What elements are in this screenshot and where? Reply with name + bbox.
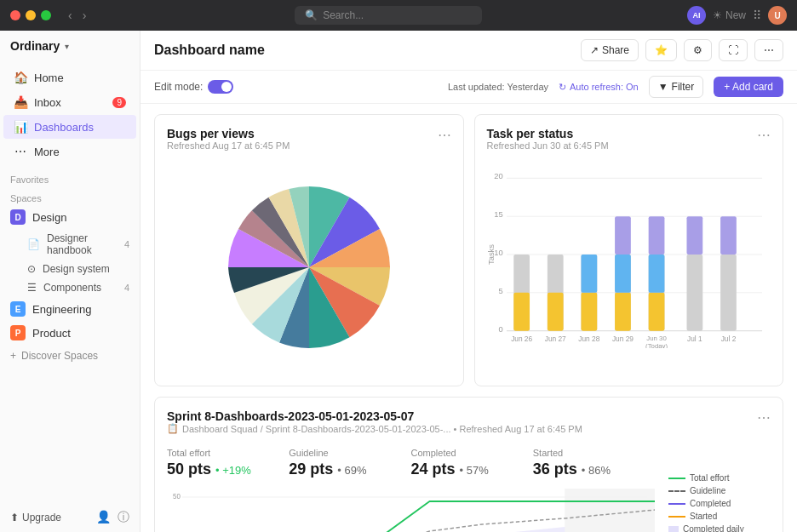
new-button[interactable]: ☀ New [713, 9, 746, 21]
filter-button[interactable]: ▼ Filter [649, 76, 704, 98]
header-actions: ↗ Share ⭐ ⚙ ⛶ ⋯ [581, 39, 783, 61]
forward-button[interactable]: › [79, 7, 90, 24]
svg-text:50: 50 [173, 492, 181, 501]
sprint-metrics: Total effort 50 pts • +19% Guideline 29 … [167, 448, 655, 478]
sidebar-item-design[interactable]: D Design [0, 205, 140, 229]
titlebar-right: AI ☀ New ⠿ U [687, 6, 787, 25]
product-space-icon: P [10, 325, 26, 340]
svg-rect-17 [581, 255, 597, 293]
home-label: Home [34, 72, 64, 84]
inbox-badge: 9 [112, 97, 126, 108]
bugs-card-title-area: Bugs per views Refreshed Aug 17 at 6:45 … [167, 127, 290, 159]
legend-guideline-label: Guideline [690, 486, 725, 495]
total-effort-value: 50 pts • +19% [167, 460, 289, 478]
svg-marker-42 [182, 527, 565, 532]
components-count: 4 [124, 283, 129, 293]
sprint-subtitle: 📋 Dashboard Squad / Sprint 8-Dashboards-… [167, 423, 582, 434]
sidebar-item-inbox[interactable]: 📥 Inbox 9 [3, 90, 136, 114]
task-card-header: Task per status Refreshed Jun 30 at 6:45… [487, 127, 771, 159]
sidebar-sub-designer-handbook[interactable]: 📄 Designer handbook 4 [0, 229, 140, 260]
legend-completed-daily-label: Completed daily [683, 524, 744, 532]
close-button[interactable] [10, 10, 20, 20]
sprint-card-menu[interactable]: ⋯ [757, 409, 771, 426]
svg-rect-25 [648, 216, 664, 255]
handbook-count: 4 [124, 239, 129, 249]
inbox-icon: 📥 [14, 95, 27, 109]
svg-text:Tasks: Tasks [487, 244, 496, 265]
ai-badge[interactable]: AI [687, 6, 706, 25]
task-chart-subtitle: Refreshed Jun 30 at 6:45 PM [487, 140, 609, 151]
overflow-button[interactable]: ⋯ [754, 39, 783, 61]
app-layout: Ordinary ▾ 🏠 Home 📥 Inbox 9 📊 Dashboards… [0, 31, 797, 532]
bar-chart-container: 20 15 10 5 0 Tasks [487, 161, 771, 348]
main-content: Dashboard name ↗ Share ⭐ ⚙ ⛶ ⋯ Edit mode… [140, 31, 797, 532]
started-value: 36 pts • 86% [533, 460, 655, 478]
metric-started: Started 36 pts • 86% [533, 448, 655, 478]
avatar[interactable]: U [768, 6, 787, 25]
sidebar-item-product[interactable]: P Product [0, 321, 140, 345]
metric-guideline: Guideline 29 pts • 69% [289, 448, 410, 478]
legend-completed: Completed [668, 499, 771, 508]
legend-total-label: Total effort [690, 473, 730, 483]
sprint-body: Total effort 50 pts • +19% Guideline 29 … [167, 448, 771, 532]
share-button[interactable]: ↗ Share [581, 39, 639, 61]
user-icon[interactable]: 👤 [96, 510, 111, 525]
svg-rect-23 [648, 293, 664, 331]
sprint-title: Sprint 8-Dashboards-2023-05-01-2023-05-0… [167, 409, 582, 423]
discover-spaces[interactable]: + Discover Spaces [0, 345, 140, 367]
share-icon: ↗ [590, 44, 599, 56]
guideline-value: 29 pts • 69% [289, 460, 410, 478]
product-label: Product [32, 327, 71, 340]
auto-refresh-status[interactable]: ↻ Auto refresh: On [559, 82, 639, 93]
components-icon: ☰ [27, 282, 37, 294]
svg-text:Jun 27: Jun 27 [544, 335, 565, 343]
spaces-label: Spaces [0, 186, 140, 205]
guideline-label: Guideline [289, 448, 410, 458]
refresh-icon: ↻ [559, 82, 566, 93]
task-card-menu[interactable]: ⋯ [757, 127, 771, 143]
chevron-down-icon: ▾ [65, 42, 69, 51]
sidebar-item-engineering[interactable]: E Engineering [0, 297, 140, 321]
sidebar-sub-components[interactable]: ☰ Components 4 [0, 278, 140, 297]
upgrade-button[interactable]: ⬆ Upgrade [10, 512, 61, 523]
sidebar-footer: ⬆ Upgrade 👤 ⓘ [0, 503, 140, 532]
back-button[interactable]: ‹ [65, 7, 76, 24]
svg-text:15: 15 [494, 210, 502, 219]
settings-button[interactable]: ⚙ [684, 39, 712, 61]
svg-rect-19 [615, 293, 631, 331]
dashboards-icon: 📊 [14, 120, 27, 134]
last-updated: Last updated: Yesterday [448, 82, 548, 92]
page-title: Dashboard name [154, 43, 265, 58]
sprint-breadcrumb: Dashboard Squad / Sprint 8-Dashboards-20… [182, 424, 582, 434]
add-card-button[interactable]: + Add card [714, 77, 783, 97]
toggle-switch[interactable] [208, 80, 233, 94]
engineering-label: Engineering [32, 303, 91, 316]
legend-started-label: Started [690, 512, 717, 521]
bar-chart: 20 15 10 5 0 Tasks [487, 161, 771, 348]
svg-rect-29 [720, 216, 737, 255]
help-icon[interactable]: ⓘ [118, 510, 129, 525]
home-icon: 🏠 [14, 71, 27, 84]
svg-text:5: 5 [498, 287, 502, 295]
sidebar-item-more[interactable]: ⋯ More [3, 140, 136, 163]
design-space-icon: D [10, 209, 26, 225]
edit-mode-label: Edit mode: [154, 81, 203, 93]
svg-rect-28 [720, 255, 737, 331]
bugs-card-menu[interactable]: ⋯ [438, 127, 451, 143]
legend-line-started [668, 516, 685, 518]
sidebar-sub-design-system[interactable]: ⊙ Design system [0, 260, 140, 278]
minimize-button[interactable] [26, 10, 36, 20]
favorites-label: Favorites [0, 168, 140, 186]
expand-button[interactable]: ⛶ [719, 39, 748, 61]
sidebar-item-home[interactable]: 🏠 Home [3, 66, 136, 89]
doc-icon: 📄 [27, 238, 40, 250]
pie-chart-container [167, 161, 451, 374]
search-bar[interactable]: 🔍 Search... [295, 6, 482, 25]
grid-icon[interactable]: ⠿ [753, 9, 761, 22]
star-button[interactable]: ⭐ [645, 39, 677, 61]
svg-text:Jun 29: Jun 29 [611, 335, 633, 343]
workspace-header[interactable]: Ordinary ▾ [0, 31, 140, 61]
maximize-button[interactable] [41, 10, 51, 20]
sidebar-item-dashboards[interactable]: 📊 Dashboards [3, 115, 136, 139]
more-icon: ⋯ [14, 145, 27, 158]
